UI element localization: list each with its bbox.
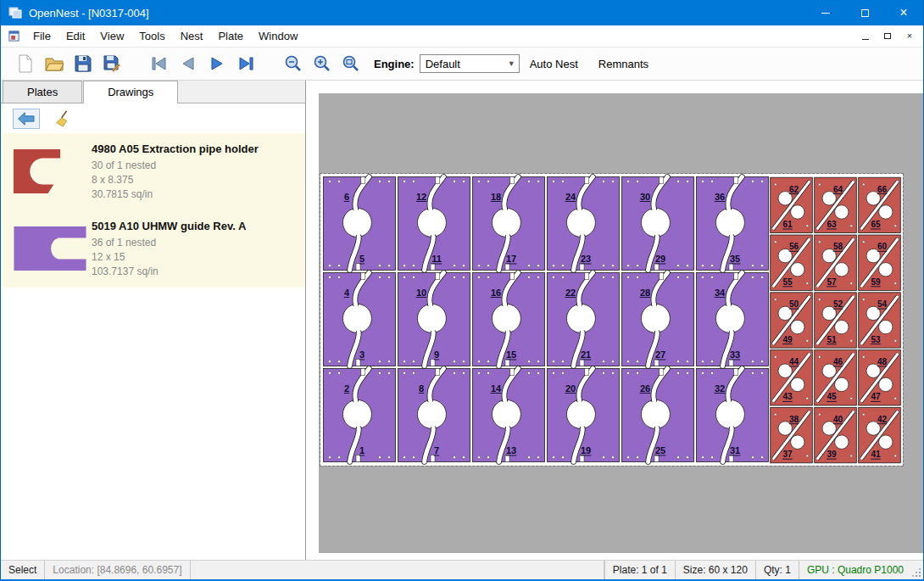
next-plate-button[interactable] xyxy=(203,51,231,76)
previous-plate-button[interactable] xyxy=(174,51,203,76)
svg-text:56: 56 xyxy=(789,242,799,251)
broom-icon xyxy=(53,109,72,128)
svg-text:43: 43 xyxy=(782,392,793,401)
part-thumbnail-purple xyxy=(11,218,92,279)
plate[interactable]: 6512111817242330293635431091615222128273… xyxy=(320,174,903,466)
zoom-extents-button[interactable] xyxy=(337,51,365,76)
maximize-button[interactable] xyxy=(845,0,884,25)
svg-text:33: 33 xyxy=(730,349,740,360)
list-item[interactable]: 4980 A05 Extraction pipe holder 30 of 1 … xyxy=(1,133,305,210)
svg-text:62: 62 xyxy=(789,185,799,194)
previous-arrow-icon xyxy=(178,53,198,74)
new-button[interactable] xyxy=(11,51,40,76)
mdi-restore-button[interactable] xyxy=(881,31,894,41)
part-nested-count: 36 of 1 nested xyxy=(92,236,246,250)
svg-text:21: 21 xyxy=(581,349,591,360)
svg-text:6: 6 xyxy=(344,192,349,202)
zoom-extents-icon xyxy=(341,53,361,74)
save-as-button[interactable] xyxy=(97,51,126,76)
zoom-out-button[interactable] xyxy=(279,51,308,76)
svg-text:59: 59 xyxy=(871,277,881,287)
save-as-icon xyxy=(102,53,122,74)
part-size: 8 x 8.375 xyxy=(92,173,259,187)
menu-nest[interactable]: Nest xyxy=(173,26,211,46)
svg-text:64: 64 xyxy=(833,185,843,194)
svg-text:12: 12 xyxy=(416,192,426,202)
titlebar: OpenNest - [N0317-004] × xyxy=(1,0,923,25)
menu-tools[interactable]: Tools xyxy=(131,26,172,46)
svg-text:45: 45 xyxy=(827,392,837,401)
resize-grip[interactable] xyxy=(911,561,923,579)
svg-text:36: 36 xyxy=(715,192,725,202)
svg-text:58: 58 xyxy=(833,242,843,251)
minimize-button[interactable] xyxy=(806,0,845,25)
svg-text:10: 10 xyxy=(416,288,426,298)
window-controls: × xyxy=(806,0,923,25)
menubar: File Edit View Tools Nest Plate Window × xyxy=(1,25,923,47)
menu-window[interactable]: Window xyxy=(251,26,305,46)
part-nested-count: 30 of 1 nested xyxy=(92,159,259,173)
back-arrow-icon xyxy=(17,111,36,126)
engine-select[interactable]: Default ▼ xyxy=(420,54,520,73)
svg-text:41: 41 xyxy=(871,450,881,459)
menu-edit[interactable]: Edit xyxy=(58,26,92,46)
svg-text:19: 19 xyxy=(581,445,591,455)
mdi-minimize-button[interactable] xyxy=(859,31,872,41)
menu-plate[interactable]: Plate xyxy=(210,26,251,46)
svg-text:49: 49 xyxy=(782,335,793,344)
svg-text:18: 18 xyxy=(491,192,501,202)
svg-text:34: 34 xyxy=(715,288,726,298)
svg-text:52: 52 xyxy=(833,299,843,309)
remnants-button[interactable]: Remnants xyxy=(588,58,659,70)
zoom-in-button[interactable] xyxy=(308,51,337,76)
first-arrow-icon xyxy=(149,53,170,74)
svg-text:38: 38 xyxy=(789,415,799,424)
close-button[interactable]: × xyxy=(884,0,923,25)
svg-text:55: 55 xyxy=(782,277,793,287)
nested-parts-svg[interactable]: 6512111817242330293635431091615222128273… xyxy=(320,174,903,466)
svg-text:42: 42 xyxy=(877,415,888,424)
svg-text:31: 31 xyxy=(730,445,740,455)
svg-text:27: 27 xyxy=(655,349,665,360)
zoom-out-icon xyxy=(283,53,303,74)
svg-text:47: 47 xyxy=(871,392,881,401)
svg-text:23: 23 xyxy=(581,254,591,264)
svg-text:32: 32 xyxy=(715,383,725,394)
main-toolbar: Engine: Default ▼ Auto Nest Remnants xyxy=(1,47,923,81)
status-size: Size: 60 x 120 xyxy=(675,561,755,579)
svg-text:20: 20 xyxy=(565,383,576,394)
list-item[interactable]: 5019 A10 UHMW guide Rev. A 36 of 1 neste… xyxy=(1,210,305,288)
mdi-close-button[interactable]: × xyxy=(903,31,916,41)
part-title: 4980 A05 Extraction pipe holder xyxy=(92,142,259,155)
status-mode: Select xyxy=(1,561,45,579)
status-spacer xyxy=(191,561,604,579)
tab-plates[interactable]: Plates xyxy=(3,81,82,103)
status-location: Location: [84.8696, 60.6957] xyxy=(45,561,191,579)
svg-text:1: 1 xyxy=(359,445,365,455)
svg-text:24: 24 xyxy=(565,192,576,202)
svg-text:15: 15 xyxy=(506,349,516,360)
tab-drawings[interactable]: Drawings xyxy=(83,81,178,103)
nest-canvas[interactable]: 6512111817242330293635431091615222128273… xyxy=(306,81,923,560)
last-plate-button[interactable] xyxy=(231,51,260,76)
first-plate-button[interactable] xyxy=(145,51,174,76)
status-plate: Plate: 1 of 1 xyxy=(604,561,675,579)
engine-selected-value: Default xyxy=(426,58,508,70)
svg-text:63: 63 xyxy=(827,220,837,229)
menu-file[interactable]: File xyxy=(25,26,58,46)
svg-text:14: 14 xyxy=(491,383,502,394)
next-arrow-icon xyxy=(207,53,227,74)
new-document-icon xyxy=(15,53,36,74)
import-drawing-button[interactable] xyxy=(13,109,40,129)
open-button[interactable] xyxy=(40,51,69,76)
clear-drawings-button[interactable] xyxy=(53,109,72,128)
svg-text:48: 48 xyxy=(877,357,888,366)
svg-text:26: 26 xyxy=(640,383,650,394)
nest-viewport[interactable]: 6512111817242330293635431091615222128273… xyxy=(319,93,923,553)
menu-view[interactable]: View xyxy=(92,26,131,46)
engine-label: Engine: xyxy=(374,58,415,70)
svg-text:39: 39 xyxy=(827,450,837,459)
save-button[interactable] xyxy=(69,51,97,76)
auto-nest-button[interactable]: Auto Nest xyxy=(520,58,588,70)
svg-text:3: 3 xyxy=(359,349,365,360)
